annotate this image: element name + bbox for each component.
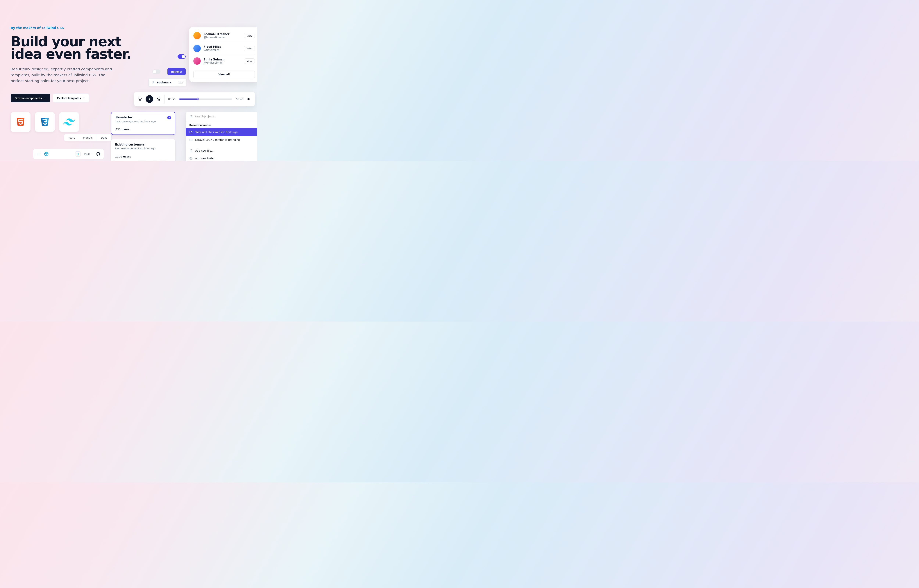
arrow-right-icon (44, 97, 46, 99)
newsletter-card[interactable]: Newsletter Last message sent an hour ago… (111, 112, 175, 135)
tailwind-logo-card (59, 112, 79, 132)
svg-point-0 (78, 153, 79, 154)
card-users: 621 users (115, 128, 171, 131)
play-button[interactable] (145, 95, 153, 103)
search-icon (189, 115, 193, 118)
version-label: v3.0 (84, 152, 90, 155)
seg-years[interactable]: Years (64, 134, 79, 141)
view-button[interactable]: View (244, 58, 255, 64)
skip-back-label: 15 (139, 100, 141, 102)
bookmark-group: Bookmark 12k (149, 79, 186, 86)
card-subtitle: Last message sent an hour ago (115, 120, 156, 123)
tailwind-icon (63, 118, 75, 126)
project-name: Tailwind Labs / Website Redesign (195, 131, 237, 134)
search-bar (186, 112, 257, 121)
check-icon (168, 116, 170, 119)
skip-back-icon (138, 97, 142, 100)
html5-logo-card (11, 112, 31, 132)
css3-logo-card (35, 112, 55, 132)
seg-months[interactable]: Months (79, 134, 97, 141)
person-handle: @floydmiles (204, 48, 241, 52)
avatar (193, 32, 201, 39)
secondary-cta-label: Explore templates (57, 97, 81, 100)
browse-components-button[interactable]: Browse components (11, 94, 50, 102)
logo-cards-row (11, 112, 79, 132)
card-users: 1200 users (115, 155, 171, 158)
page-headline: Build your next idea even faster. (11, 35, 143, 60)
card-title: Newsletter (115, 116, 156, 119)
person-name: Leonard Krasner (204, 32, 241, 36)
current-time: 00:51 (168, 98, 176, 100)
volume-icon[interactable] (247, 97, 251, 101)
add-folder-action[interactable]: Add new folder... (186, 155, 257, 161)
folder-icon (189, 131, 193, 134)
skip-forward-icon (157, 97, 161, 100)
sun-icon (77, 152, 79, 155)
bookmark-button[interactable]: Bookmark (149, 79, 175, 86)
person-row: Emily Selman @emilyselman View (189, 55, 257, 67)
project-row[interactable]: Laravel LLC / Conference Branding (186, 136, 257, 144)
css3-icon (40, 117, 49, 127)
eyebrow-text: By the makers of Tailwind CSS (11, 26, 143, 30)
recent-searches-label: Recent searches (186, 121, 257, 128)
person-name: Floyd Miles (204, 45, 241, 48)
date-range-segmented[interactable]: Years Months Days (64, 134, 111, 141)
chevron-down-icon (91, 153, 93, 155)
github-icon[interactable] (96, 152, 100, 156)
folder-plus-icon (189, 157, 193, 160)
avatar (193, 45, 201, 52)
action-label: Add new folder... (195, 157, 217, 160)
skip-back-button[interactable]: 15 (138, 97, 142, 102)
progress-thumb[interactable] (198, 98, 199, 100)
add-file-action[interactable]: Add new file... (186, 147, 257, 155)
person-handle: @emilyselman (204, 61, 241, 64)
people-card: Leonard Krasner @leonardkrasner View Flo… (189, 27, 257, 82)
view-all-button[interactable]: View all (193, 71, 255, 78)
selection-cards: Newsletter Last message sent an hour ago… (111, 112, 175, 161)
search-panel: Recent searches Tailwind Labs / Website … (186, 112, 257, 161)
existing-customers-card[interactable]: Existing customers Last message sent an … (111, 139, 175, 161)
cube-icon[interactable] (44, 152, 49, 157)
view-button[interactable]: View (244, 46, 255, 51)
html5-icon (16, 117, 25, 127)
project-row-selected[interactable]: Tailwind Labs / Website Redesign (186, 128, 257, 136)
bookmark-icon (152, 81, 155, 84)
cta-row: Browse components Explore templates (11, 94, 143, 102)
person-row: Leonard Krasner @leonardkrasner View (189, 29, 257, 42)
menu-icon[interactable] (37, 152, 40, 156)
avatar (193, 57, 201, 65)
play-icon (148, 98, 151, 100)
card-title: Existing customers (115, 143, 171, 146)
progress-bar[interactable] (179, 99, 232, 100)
skip-fwd-label: 15 (158, 100, 160, 102)
arrow-right-icon (82, 97, 85, 99)
button-a[interactable]: Button A (168, 68, 186, 75)
bookmark-count: 12k (175, 79, 186, 86)
card-subtitle: Last message sent an hour ago (115, 147, 171, 150)
search-input[interactable] (195, 115, 255, 118)
progress-fill (179, 99, 198, 100)
person-row: Floyd Miles @floydmiles View (189, 42, 257, 55)
skip-forward-button[interactable]: 15 (157, 97, 161, 102)
hero-subhead: Beautifully designed, expertly crafted c… (11, 66, 114, 84)
bookmark-label: Bookmark (157, 81, 171, 84)
project-name: Laravel LLC / Conference Branding (195, 138, 240, 141)
theme-toggle[interactable] (76, 152, 81, 157)
hero-section: By the makers of Tailwind CSS Build your… (11, 26, 143, 102)
person-name: Emily Selman (204, 58, 241, 61)
view-button[interactable]: View (244, 33, 255, 39)
toggle-area: Button A (152, 54, 186, 75)
explore-templates-button[interactable]: Explore templates (53, 94, 89, 102)
total-time: 55:43 (236, 98, 243, 100)
seg-days[interactable]: Days (97, 134, 111, 141)
separator (186, 145, 257, 145)
svg-point-1 (190, 115, 192, 117)
primary-cta-label: Browse components (15, 97, 42, 100)
toggle-on[interactable] (178, 54, 186, 59)
toggle-off[interactable] (152, 69, 160, 74)
doc-toolbar: v3.0 (33, 149, 104, 159)
check-badge (167, 116, 171, 120)
version-dropdown[interactable]: v3.0 (84, 152, 93, 155)
folder-icon (189, 138, 193, 142)
action-label: Add new file... (195, 149, 213, 152)
